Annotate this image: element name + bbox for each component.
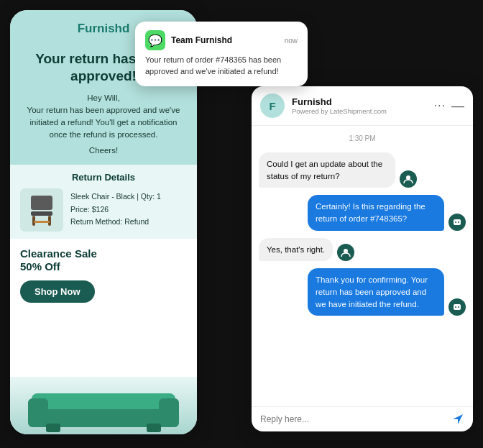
svg-rect-12: [454, 219, 461, 225]
message-row-2: Certainly! Is this regarding the return …: [259, 195, 466, 230]
product-name: Sleek Chair - Black | Qty: 1: [70, 191, 161, 204]
svg-point-11: [406, 175, 410, 180]
svg-rect-6: [32, 393, 175, 409]
phone-clearance: Clearance Sale50% Off Shop Now: [10, 239, 197, 378]
user-bubble-1: Could I get an update about the status o…: [259, 152, 395, 188]
chat-send-button[interactable]: [451, 413, 464, 426]
phone-return-details: Return Details Sleek Chair - Black | Qty…: [10, 165, 197, 239]
chat-time-label: 1:30 PM: [259, 134, 466, 142]
send-icon: [451, 413, 464, 426]
scene: Furnishd Your return has been approved! …: [0, 0, 483, 448]
svg-point-13: [455, 221, 456, 223]
bot-avatar-1: [448, 214, 466, 231]
svg-rect-4: [34, 221, 50, 223]
message-icon: 💬: [145, 30, 165, 50]
chat-header: F Furnishd Powered by LateShipment.com ·…: [252, 86, 473, 126]
message-row-3: Yes, that's right.: [259, 238, 466, 262]
svg-point-17: [455, 306, 456, 308]
notif-header: 💬 Team Furnishd now: [145, 30, 298, 50]
chat-brand-name: Furnishd: [292, 96, 427, 107]
notif-body: Your return of order #748365 has been ap…: [145, 55, 298, 78]
chat-messages: 1:30 PM Could I get an update about the …: [252, 126, 473, 406]
return-method: Return Method: Refund: [70, 216, 161, 229]
chat-avatar: F: [260, 93, 285, 118]
more-options-button[interactable]: ···: [434, 99, 446, 112]
minimize-button[interactable]: —: [451, 99, 464, 112]
user-avatar-1: [400, 170, 417, 188]
bot-icon: [452, 217, 462, 227]
chair-image: [20, 188, 63, 232]
user-bubble-2: Yes, that's right.: [259, 238, 333, 262]
svg-rect-3: [48, 216, 51, 226]
svg-point-14: [458, 221, 459, 223]
notif-left: 💬 Team Furnishd: [145, 30, 232, 50]
notif-time: now: [285, 37, 298, 45]
bot-avatar-2: [448, 298, 466, 316]
user-icon-2: [341, 247, 351, 257]
return-info: Sleek Chair - Black | Qty: 1 Price: $126…: [70, 191, 161, 229]
svg-point-18: [458, 306, 459, 308]
message-row-1: Could I get an update about the status o…: [259, 152, 466, 188]
bot-bubble-1: Certainly! Is this regarding the return …: [308, 195, 444, 230]
chair-icon: [24, 192, 60, 228]
svg-rect-2: [32, 216, 35, 226]
product-price: Price: $126: [70, 204, 161, 216]
chat-input-row: [252, 406, 473, 431]
svg-point-15: [344, 249, 348, 253]
return-product-row: Sleek Chair - Black | Qty: 1 Price: $126…: [20, 188, 187, 232]
shop-now-button[interactable]: Shop Now: [20, 280, 95, 303]
bot-icon-2: [452, 302, 462, 312]
phone-brand-title: Furnishd: [78, 22, 130, 35]
notification-bubble: 💬 Team Furnishd now Your return of order…: [135, 22, 308, 86]
chat-powered-by: Powered by LateShipment.com: [292, 107, 427, 115]
bot-bubble-2: Thank you for confirming. Your return ha…: [308, 268, 444, 316]
user-icon: [403, 174, 413, 184]
phone-hero-greeting: Hey Will, Your return has been approved …: [20, 92, 187, 142]
clearance-title: Clearance Sale50% Off: [20, 247, 187, 273]
chat-panel: F Furnishd Powered by LateShipment.com ·…: [252, 86, 473, 431]
chat-reply-input[interactable]: [260, 414, 446, 424]
svg-rect-10: [147, 424, 161, 432]
return-details-title: Return Details: [20, 172, 187, 183]
sofa-image: [24, 380, 183, 434]
message-row-4: Thank you for confirming. Your return ha…: [259, 268, 466, 316]
svg-rect-9: [46, 424, 60, 432]
svg-rect-7: [28, 398, 48, 427]
phone-hero-cheers: Cheers!: [20, 146, 187, 155]
svg-rect-16: [454, 304, 461, 310]
notif-sender: Team Furnishd: [171, 35, 232, 45]
svg-rect-8: [159, 398, 179, 427]
svg-rect-0: [31, 196, 52, 210]
chat-header-actions: ··· —: [434, 99, 464, 112]
svg-rect-1: [31, 211, 52, 216]
user-avatar-2: [337, 244, 354, 261]
chat-header-info: Furnishd Powered by LateShipment.com: [292, 96, 427, 115]
sofa-area: [10, 377, 197, 434]
